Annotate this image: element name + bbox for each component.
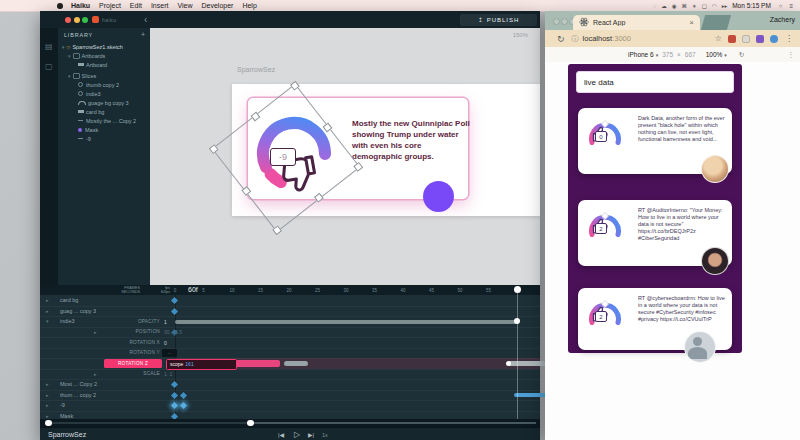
scrubber-handle-right[interactable]	[247, 420, 254, 427]
stage[interactable]: 150% SparrowSez -9 Mostly the new Quinni…	[150, 28, 540, 285]
search-input[interactable]: live data	[576, 71, 734, 93]
playback-speed[interactable]: 1x	[322, 432, 328, 438]
tweet-card[interactable]: 2 RT @AuditorInterno: "Your Money: How t…	[578, 200, 732, 266]
fps-setting[interactable]: fps60fps	[148, 286, 170, 295]
menu-item-app[interactable]: Haiku	[71, 2, 90, 9]
timeline-range-scrubber[interactable]	[40, 419, 540, 427]
scrubber-range[interactable]	[250, 422, 536, 424]
bluetooth-icon[interactable]: ∗	[692, 3, 697, 9]
cloud-icon[interactable]: ☁	[661, 3, 667, 9]
avatar[interactable]	[701, 155, 729, 183]
close-icon[interactable]: ×	[689, 18, 694, 27]
menu-clock[interactable]: Mon 5:15 PM	[732, 2, 771, 9]
devtools-menu-icon[interactable]: ⋮	[788, 51, 795, 59]
browser-menu-icon[interactable]: ⋮	[785, 34, 793, 43]
tweet-card[interactable]: 2 RT @cybersecboardrm: How to live in a …	[578, 288, 732, 350]
apple-icon[interactable]	[57, 3, 63, 9]
keyframe[interactable]	[180, 391, 187, 398]
close-window-button[interactable]	[65, 17, 71, 23]
back-button[interactable]: ‹	[144, 14, 147, 25]
control-center-icon[interactable]: ≡	[789, 3, 793, 9]
chevron-right-icon[interactable]: ▸	[46, 392, 49, 398]
command-icon[interactable]: ⌘	[682, 3, 688, 9]
info-icon[interactable]: ⓘ	[572, 34, 579, 44]
menu-item-project[interactable]: Project	[99, 2, 121, 9]
rotate-device-icon[interactable]: ↻	[739, 51, 744, 59]
avatar-placeholder[interactable]	[684, 331, 716, 363]
chrome-tab-bar[interactable]: React App × Zachery	[545, 11, 800, 30]
chevron-down-icon[interactable]: ▾	[68, 53, 71, 59]
library-rail-icon[interactable]: ▤	[45, 42, 53, 51]
bookmark-star-icon[interactable]: ☆	[715, 34, 722, 43]
keyframe-endpoint[interactable]	[514, 318, 520, 324]
tab-react-app[interactable]: React App ×	[573, 15, 700, 31]
stage-zoom-level[interactable]: 150%	[513, 32, 528, 38]
zoom-selector[interactable]: 100%	[706, 51, 723, 58]
keyframe[interactable]	[180, 402, 187, 409]
components-rail-icon[interactable]: ▢	[45, 62, 53, 71]
extension-icon-blue[interactable]	[770, 35, 778, 43]
artboard-label[interactable]: SparrowSez	[237, 66, 275, 73]
minimize-window-button[interactable]	[74, 17, 80, 23]
keyframe[interactable]	[171, 402, 178, 409]
menu-item-help[interactable]: Help	[242, 2, 256, 9]
timeline-tween-pill[interactable]	[508, 361, 546, 366]
address-bar-url[interactable]: localhost	[583, 34, 613, 43]
chevron-right-icon[interactable]: ▸	[94, 371, 97, 377]
playhead-pin[interactable]	[514, 286, 521, 293]
chevron-down-icon[interactable]: ▾	[62, 44, 65, 50]
resize-handle[interactable]	[272, 225, 282, 235]
resize-handle[interactable]	[209, 144, 219, 154]
display-icon[interactable]: ▢	[702, 3, 707, 9]
chevron-right-icon[interactable]: ▸	[94, 329, 97, 335]
search-icon[interactable]: ○	[779, 3, 783, 9]
close-window-button[interactable]	[553, 18, 560, 25]
reload-icon[interactable]: ↻	[557, 34, 565, 44]
timeline-tween-bar[interactable]	[175, 320, 517, 324]
chevron-right-icon[interactable]: ▸	[46, 308, 49, 314]
haiku-titlebar[interactable]: haiku ‹ ↥ PUBLISH	[40, 11, 540, 28]
viewport-height[interactable]: 667	[685, 51, 696, 58]
property-value[interactable]: 1	[164, 319, 167, 325]
menu-item-view[interactable]: View	[177, 2, 192, 9]
resize-handle[interactable]	[251, 112, 261, 122]
viewport-width[interactable]: 375	[662, 51, 673, 58]
chevron-right-icon[interactable]: ▸	[46, 413, 49, 419]
expression-input[interactable]: scope 161	[166, 359, 237, 370]
extension-icon-purple[interactable]	[756, 35, 764, 43]
property-value[interactable]: 1, 1	[164, 371, 172, 377]
browser-profile-name[interactable]: Zachery	[770, 16, 795, 23]
library-item-slices[interactable]: ▾ Slices	[58, 71, 160, 80]
skip-back-icon[interactable]: |◀	[278, 431, 284, 438]
fast-forward-icon[interactable]: ▸▸	[722, 3, 728, 9]
add-asset-button[interactable]: +	[141, 31, 145, 38]
menu-item-insert[interactable]: Insert	[151, 2, 169, 9]
keyframe[interactable]	[171, 307, 178, 314]
extension-icon-gray[interactable]	[742, 35, 750, 43]
play-icon[interactable]: ▷	[294, 430, 300, 439]
keyframe-endpoint[interactable]	[506, 361, 511, 366]
keyframe[interactable]	[171, 297, 178, 304]
chevron-right-icon[interactable]: ▸	[46, 297, 49, 303]
keyframe[interactable]	[171, 381, 178, 388]
loop-icon[interactable]: ◌	[653, 3, 656, 9]
purple-circle-shape[interactable]	[423, 181, 454, 212]
current-frame-display[interactable]: 60f	[188, 286, 198, 293]
avatar[interactable]	[701, 247, 729, 275]
chevron-down-icon[interactable]: ▾	[68, 73, 71, 79]
chevron-right-icon[interactable]: ▸	[46, 381, 49, 387]
menu-item-edit[interactable]: Edit	[130, 2, 142, 9]
library-item-sketch-file[interactable]: ▾ ◇ SparrowSez1.sketch	[58, 42, 154, 51]
chevron-right-icon[interactable]: ▸	[46, 402, 49, 408]
extension-icon-red[interactable]	[728, 35, 736, 43]
wifi-icon[interactable]: ◠	[712, 3, 717, 9]
publish-button[interactable]: ↥ PUBLISH	[460, 14, 537, 26]
device-selector[interactable]: iPhone 6	[628, 51, 654, 58]
property-chip[interactable]: ROTATION Z	[104, 359, 162, 368]
skip-forward-icon[interactable]: ▶|	[308, 431, 314, 438]
new-tab-button[interactable]	[701, 15, 731, 30]
easing-curve-pill[interactable]	[284, 361, 308, 367]
minimize-window-button[interactable]	[561, 18, 568, 25]
keyframe[interactable]	[171, 391, 178, 398]
eye-icon[interactable]: ◉	[672, 3, 677, 9]
